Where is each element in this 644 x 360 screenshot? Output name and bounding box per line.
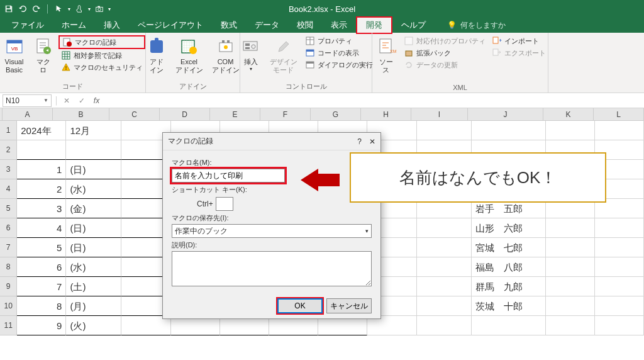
menu-formula[interactable]: 数式 — [212, 18, 246, 33]
cell[interactable] — [546, 218, 595, 238]
macro-button[interactable]: マクロ — [30, 35, 57, 76]
cell[interactable]: 群馬 九郎 — [472, 277, 545, 296]
cell[interactable] — [472, 316, 545, 335]
cell[interactable] — [595, 257, 644, 277]
cell[interactable] — [417, 296, 472, 316]
col-header-E[interactable]: E — [210, 108, 260, 121]
menu-help[interactable]: ヘルプ — [392, 18, 435, 33]
cell[interactable]: 福島 八郎 — [472, 257, 545, 277]
row-header[interactable]: 9 — [0, 277, 17, 296]
cell[interactable] — [417, 316, 472, 335]
cell[interactable] — [595, 238, 644, 257]
cell[interactable]: 宮城 七郎 — [472, 238, 545, 257]
cell[interactable]: (火) — [66, 316, 121, 335]
design-mode-button[interactable]: デザイン モード — [266, 35, 301, 76]
cell[interactable]: (水) — [66, 257, 121, 277]
run-dialog-button[interactable]: ダイアログの実行 — [303, 59, 375, 70]
relative-ref-button[interactable]: 相対参照で記録 — [58, 50, 145, 61]
cell[interactable]: (金) — [66, 199, 121, 218]
expansion-pack-button[interactable]: 拡張パック — [401, 47, 488, 59]
cell[interactable] — [595, 218, 644, 238]
macro-security-button[interactable]: !マクロのセキュリティ — [58, 62, 145, 73]
insert-control-button[interactable]: 挿入▾ — [237, 35, 265, 74]
cell[interactable]: 4 — [17, 218, 66, 238]
row-header[interactable]: 1 — [0, 121, 17, 140]
col-header-F[interactable]: F — [260, 108, 311, 121]
row-header[interactable]: 8 — [0, 257, 17, 277]
record-macro-button[interactable]: マクロの記録 — [58, 35, 145, 49]
row-header[interactable]: 11 — [0, 316, 17, 335]
pointer-icon[interactable] — [54, 4, 64, 14]
menu-view[interactable]: 表示 — [322, 18, 356, 33]
cell[interactable] — [546, 316, 595, 335]
save-icon[interactable] — [4, 4, 14, 14]
undo-icon[interactable] — [18, 4, 28, 14]
cell[interactable] — [417, 238, 472, 257]
name-box[interactable]: N10▼ — [3, 94, 52, 107]
col-header-D[interactable]: D — [160, 108, 210, 121]
col-header-C[interactable]: C — [109, 108, 160, 121]
row-header[interactable]: 6 — [0, 218, 17, 238]
ok-button[interactable]: OK — [277, 298, 323, 313]
row-header[interactable]: 3 — [0, 160, 17, 179]
cell[interactable] — [595, 277, 644, 296]
excel-addin-button[interactable]: Excel アドイン — [172, 35, 207, 76]
col-header-G[interactable]: G — [311, 108, 361, 121]
cell[interactable] — [546, 296, 595, 316]
row-header[interactable]: 7 — [0, 238, 17, 257]
shortcut-key-input[interactable] — [216, 197, 233, 211]
row-header[interactable]: 2 — [0, 140, 17, 160]
tell-me[interactable]: 💡 — [447, 21, 523, 30]
cell[interactable] — [595, 296, 644, 316]
cell[interactable]: (日) — [66, 218, 121, 238]
col-header-H[interactable]: H — [361, 108, 411, 121]
cell[interactable] — [472, 121, 545, 140]
cell[interactable] — [546, 277, 595, 296]
dialog-close-icon[interactable]: ✕ — [369, 137, 375, 146]
tell-me-input[interactable] — [460, 21, 523, 30]
cell[interactable] — [417, 218, 472, 238]
cell[interactable]: 2024年 — [17, 121, 66, 140]
cell[interactable]: 5 — [17, 238, 66, 257]
cell[interactable]: (日) — [66, 160, 121, 179]
cell[interactable] — [417, 121, 472, 140]
import-button[interactable]: インポート — [489, 35, 548, 47]
cell[interactable] — [66, 140, 121, 160]
menu-home[interactable]: ホーム — [53, 18, 95, 33]
cell[interactable]: 9 — [17, 316, 66, 335]
cell[interactable]: 12月 — [66, 121, 121, 140]
source-button[interactable]: XMLソース — [372, 35, 400, 76]
cell[interactable] — [417, 257, 472, 277]
cell[interactable]: 6 — [17, 257, 66, 277]
col-header-B[interactable]: B — [53, 108, 109, 121]
col-header-K[interactable]: K — [543, 108, 594, 121]
properties-button[interactable]: プロパティ — [303, 35, 375, 47]
addin-button[interactable]: アド イン — [143, 35, 170, 76]
col-header-I[interactable]: I — [411, 108, 468, 121]
refresh-data-button[interactable]: データの更新 — [401, 59, 488, 70]
cell[interactable]: 山形 六郎 — [472, 218, 545, 238]
cell[interactable] — [17, 140, 66, 160]
menu-review[interactable]: 校閲 — [288, 18, 322, 33]
menu-data[interactable]: データ — [246, 18, 288, 33]
export-button[interactable]: エクスポート — [489, 47, 548, 59]
redo-icon[interactable] — [31, 4, 42, 14]
cell[interactable]: (月) — [66, 296, 121, 316]
touch-icon[interactable] — [74, 4, 84, 14]
fx-icon[interactable]: fx — [89, 96, 104, 105]
macro-name-input[interactable] — [172, 169, 285, 183]
cell[interactable] — [417, 277, 472, 296]
row-header[interactable]: 5 — [0, 199, 17, 218]
cell[interactable]: (土) — [66, 277, 121, 296]
save-location-select[interactable]: 作業中のブック▾ — [172, 224, 372, 238]
map-properties-button[interactable]: 対応付けのプロパティ — [401, 35, 488, 47]
menu-developer[interactable]: 開発 — [356, 16, 392, 34]
visual-basic-button[interactable]: VB Visual Basic — [1, 35, 28, 76]
col-header-A[interactable]: A — [3, 108, 53, 121]
cell[interactable] — [595, 316, 644, 335]
col-header-J[interactable]: J — [468, 108, 543, 121]
cancel-button[interactable]: キャンセル — [326, 298, 372, 313]
row-header[interactable]: 10 — [0, 296, 17, 316]
cell[interactable]: 2 — [17, 179, 66, 199]
menu-insert[interactable]: 挿入 — [95, 18, 129, 33]
